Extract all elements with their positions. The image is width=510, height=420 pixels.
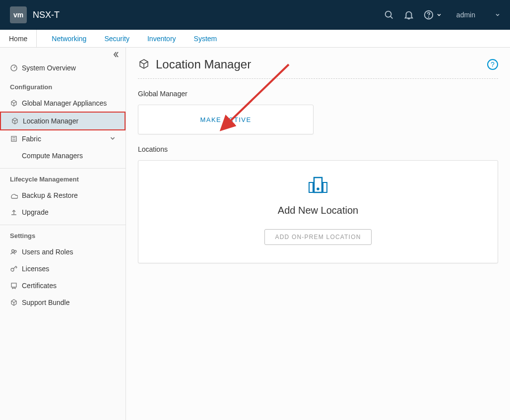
sidebar: System Overview Configuration Global Man… <box>0 48 126 420</box>
sidebar-item-label: Support Bundle <box>22 299 70 306</box>
sidebar-section-configuration: Configuration <box>0 76 126 95</box>
cube-icon <box>10 299 18 306</box>
sidebar-item-support-bundle[interactable]: Support Bundle <box>0 294 126 311</box>
sidebar-item-label: Users and Roles <box>22 248 73 256</box>
sidebar-item-users-roles[interactable]: Users and Roles <box>0 243 126 260</box>
sidebar-item-label: Upgrade <box>22 208 49 216</box>
cube-icon <box>10 99 18 107</box>
tab-home[interactable]: Home <box>0 30 37 47</box>
svg-rect-11 <box>11 283 16 287</box>
top-header: vm NSX-T admin <box>0 0 510 30</box>
upload-icon <box>10 208 18 216</box>
search-icon[interactable] <box>379 5 399 25</box>
backup-icon <box>10 191 18 199</box>
sidebar-collapse-button[interactable] <box>0 48 126 60</box>
cube-icon <box>11 117 19 125</box>
sidebar-section-settings: Settings <box>0 225 126 243</box>
location-site-icon <box>307 176 329 196</box>
sidebar-item-licenses[interactable]: Licenses <box>0 260 126 277</box>
tab-inventory[interactable]: Inventory <box>138 30 185 47</box>
cube-icon <box>138 58 150 71</box>
page-title: Location Manager <box>156 58 251 71</box>
svg-point-3 <box>428 17 429 17</box>
chevron-down-icon <box>437 11 442 19</box>
sidebar-item-label: Global Manager Appliances <box>22 99 107 107</box>
content-area: Location Manager ? Global Manager MAKE A… <box>126 48 510 420</box>
sidebar-section-lifecycle: Lifecycle Management <box>0 169 126 187</box>
sidebar-item-certificates[interactable]: Certificates <box>0 277 126 294</box>
svg-rect-14 <box>323 182 327 192</box>
svg-rect-13 <box>309 182 313 192</box>
brand-logo: vm <box>10 6 27 23</box>
svg-point-15 <box>318 188 319 190</box>
sidebar-item-upgrade[interactable]: Upgrade <box>0 204 126 221</box>
locations-card: Add New Location ADD ON-PREM LOCATION <box>138 160 498 263</box>
help-icon <box>419 5 439 25</box>
add-new-location-title: Add New Location <box>278 205 358 216</box>
chevron-down-icon <box>495 11 500 19</box>
sidebar-item-location-manager[interactable]: Location Manager <box>0 112 126 130</box>
svg-point-0 <box>385 11 391 17</box>
user-menu[interactable]: admin <box>456 11 500 19</box>
sidebar-item-label: Certificates <box>22 282 57 290</box>
help-menu[interactable] <box>419 5 442 25</box>
locations-label: Locations <box>138 145 498 153</box>
page-help-button[interactable]: ? <box>487 59 498 70</box>
tab-security[interactable]: Security <box>95 30 138 47</box>
gauge-icon <box>10 64 18 72</box>
bell-icon[interactable] <box>399 5 419 25</box>
key-icon <box>10 265 18 273</box>
sidebar-item-label: Location Manager <box>23 117 78 125</box>
sidebar-item-label: Backup & Restore <box>22 191 78 199</box>
chevron-down-icon <box>110 135 116 143</box>
server-icon <box>10 135 18 143</box>
make-active-button[interactable]: MAKE ACTIVE <box>200 116 251 123</box>
user-label: admin <box>456 11 475 19</box>
svg-line-1 <box>390 16 392 18</box>
svg-point-8 <box>12 250 14 252</box>
svg-point-9 <box>14 250 16 252</box>
sidebar-item-label: System Overview <box>22 64 76 72</box>
sidebar-item-label: Fabric <box>22 135 41 143</box>
svg-rect-5 <box>11 136 16 141</box>
users-icon <box>10 248 18 256</box>
sidebar-item-global-manager-appliances[interactable]: Global Manager Appliances <box>0 95 126 112</box>
certificate-icon <box>10 282 18 290</box>
page-title-row: Location Manager ? <box>138 58 498 79</box>
tab-system[interactable]: System <box>185 30 226 47</box>
global-manager-card: MAKE ACTIVE <box>138 105 314 134</box>
sidebar-item-system-overview[interactable]: System Overview <box>0 60 126 76</box>
sidebar-item-label: Compute Managers <box>22 152 83 160</box>
add-onprem-location-button[interactable]: ADD ON-PREM LOCATION <box>264 229 371 245</box>
sidebar-item-label: Licenses <box>22 265 49 273</box>
brand-title: NSX-T <box>33 10 60 20</box>
sidebar-item-compute-managers[interactable]: Compute Managers <box>0 147 126 164</box>
tab-networking[interactable]: Networking <box>43 30 95 47</box>
global-manager-label: Global Manager <box>138 90 498 98</box>
sidebar-item-fabric[interactable]: Fabric <box>0 130 126 147</box>
top-nav-tabs: Home Networking Security Inventory Syste… <box>0 30 510 48</box>
sidebar-item-backup-restore[interactable]: Backup & Restore <box>0 187 126 204</box>
